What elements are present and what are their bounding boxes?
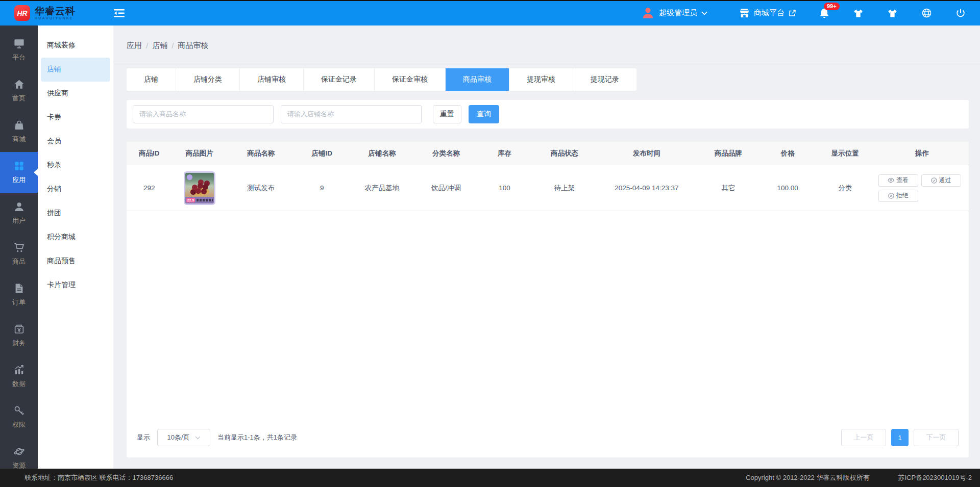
submenu-item-mall-decorate[interactable]: 商城装修 [41,34,110,58]
tab-withdraw-records[interactable]: 提现记录 [573,68,636,91]
language-button[interactable] [921,8,932,18]
cell-product-image: 22.9 [172,165,227,211]
tab-deposit-review[interactable]: 保证金审核 [375,68,446,91]
col-price: 价格 [761,142,815,165]
tab-shop-category[interactable]: 店铺分类 [176,68,240,91]
divider [113,62,980,62]
cell-product-id: 292 [127,165,172,211]
platform-name: 商城平台 [754,8,785,18]
thumbnail-price-tag: 22.9 [186,198,195,202]
table-header-row: 商品ID 商品图片 商品名称 店铺ID 店铺名称 分类名称 库存 商品状态 发布… [127,142,969,165]
breadcrumb-item[interactable]: 店铺 [152,41,167,50]
submenu-item-presale[interactable]: 商品预售 [41,249,110,273]
page-1-button[interactable]: 1 [891,429,909,446]
pagination-summary: 当前显示1-1条，共1条记录 [217,433,297,442]
tshirt-icon [887,8,898,18]
tab-product-review[interactable]: 商品审核 [446,68,509,91]
submenu-item-supplier[interactable]: 供应商 [41,82,110,106]
cell-publish-time: 2025-04-09 14:23:37 [597,165,696,211]
sidebar-item-mall[interactable]: 商城 [0,111,38,152]
menu-fold-icon[interactable] [114,9,125,18]
planet-icon [13,446,25,457]
chart-icon [13,364,25,376]
sidebar-item-resources[interactable]: 资源 [0,438,38,469]
table-panel: 商品ID 商品图片 商品名称 店铺ID 店铺名称 分类名称 库存 商品状态 发布… [127,142,969,457]
product-review-table: 商品ID 商品图片 商品名称 店铺ID 店铺名称 分类名称 库存 商品状态 发布… [127,142,969,212]
submenu: 商城装修 店铺 供应商 卡券 会员 秒杀 分销 拼团 积分商城 商品预售 卡片管… [38,25,113,469]
theme-button[interactable] [853,8,864,18]
sidebar-item-data[interactable]: 数据 [0,356,38,397]
approve-button[interactable]: 通过 [921,174,961,187]
next-page-button[interactable]: 下一页 [914,429,959,446]
submenu-item-group-buy[interactable]: 拼团 [41,201,110,225]
col-display-position: 显示位置 [815,142,875,165]
pagination: 显示 10条/页 当前显示1-1条，共1条记录 上一页 1 下一页 [127,422,969,457]
col-brand: 商品品牌 [696,142,761,165]
cell-shop-id: 9 [295,165,350,211]
tab-withdraw-review[interactable]: 提现审核 [509,68,573,91]
home-icon [13,79,25,90]
app-header: HR 华睿云科 HUARUIYUNKE 超级管理员 [0,1,980,25]
app-root: HR 华睿云科 HUARUIYUNKE 超级管理员 [0,0,980,487]
logout-button[interactable] [955,8,966,18]
col-publish-time: 发布时间 [597,142,696,165]
submenu-item-card-management[interactable]: 卡片管理 [41,273,110,297]
brand-logo: HR [14,5,30,21]
submenu-item-shop[interactable]: 店铺 [41,58,110,82]
sidebar-item-orders[interactable]: 订单 [0,274,38,315]
col-shop-name: 店铺名称 [349,142,415,165]
shop-name-input[interactable] [281,105,422,123]
skin-button[interactable] [887,8,898,18]
monitor-icon [13,38,25,49]
prev-page-button[interactable]: 上一页 [841,429,886,446]
platform-link[interactable]: 商城平台 [739,8,796,18]
tab-deposit-records[interactable]: 保证金记录 [304,68,375,91]
submenu-item-members[interactable]: 会员 [41,130,110,153]
search-button[interactable]: 查询 [469,105,499,123]
apps-grid-icon [13,160,25,172]
tshirt-icon [853,8,864,18]
power-icon [955,8,966,18]
sidebar-item-finance[interactable]: 财务 [0,315,38,356]
document-icon [13,283,25,294]
col-status: 商品状态 [532,142,598,165]
cell-stock: 100 [477,165,532,211]
col-product-name: 商品名称 [227,142,295,165]
sidebar-item-apps[interactable]: 应用 [0,152,38,193]
sidebar-item-users[interactable]: 用户 [0,193,38,234]
page-size-select[interactable]: 10条/页 [157,429,210,446]
view-button[interactable]: 查看 [878,174,918,187]
submenu-item-flash-sale[interactable]: 秒杀 [41,153,110,177]
app-footer: 联系地址：南京市栖霞区 联系电话：17368736666 Copyright ©… [0,469,980,487]
storefront-icon [739,8,750,18]
brand-name: 华睿云科 [35,6,76,16]
external-link-icon [789,10,796,17]
breadcrumb-item[interactable]: 应用 [127,41,142,50]
col-stock: 库存 [477,142,532,165]
product-name-input[interactable] [133,105,274,123]
sidebar-item-goods[interactable]: 商品 [0,234,38,274]
sidebar-item-permissions[interactable]: 权限 [0,397,38,438]
cart-icon [13,242,25,253]
col-category-name: 分类名称 [415,142,478,165]
cell-shop-name: 农产品基地 [349,165,415,211]
user-menu[interactable]: 超级管理员 [641,6,707,20]
submenu-item-coupons[interactable]: 卡券 [41,106,110,130]
cell-category-name: 饮品/冲调 [415,165,478,211]
product-thumbnail[interactable]: 22.9 [184,171,215,205]
submenu-item-distribution[interactable]: 分销 [41,177,110,201]
col-shop-id: 店铺ID [295,142,350,165]
col-actions: 操作 [875,142,969,165]
sidebar-item-platform[interactable]: 平台 [0,30,38,70]
footer-contact: 联系地址：南京市栖霞区 联系电话：17368736666 [24,473,173,482]
tab-shop[interactable]: 店铺 [127,68,176,91]
reject-button[interactable]: 拒绝 [878,190,918,202]
sidebar-item-home[interactable]: 首页 [0,70,38,111]
submenu-item-points-mall[interactable]: 积分商城 [41,225,110,249]
tab-shop-review[interactable]: 店铺审核 [240,68,304,91]
main-content: 应用 / 店铺 / 商品审核 店铺 店铺分类 店铺审核 保证金记录 保证金审核 … [113,25,980,469]
reset-button[interactable]: 重置 [433,105,461,123]
icon-sidebar: 平台 首页 商城 应用 用户 商品 [0,25,38,469]
notifications-button[interactable]: 99+ [819,8,829,19]
brand-logo-text: HR [17,9,27,17]
